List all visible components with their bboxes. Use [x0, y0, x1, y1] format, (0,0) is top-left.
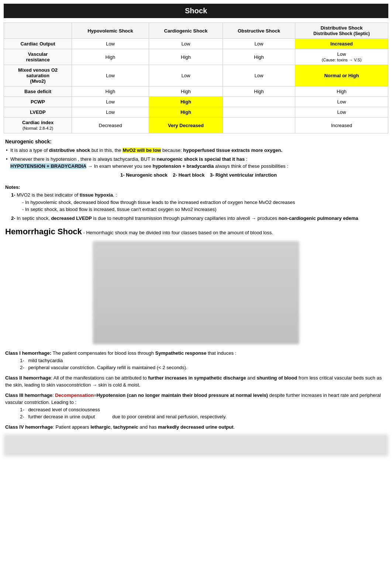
col-header-empty — [4, 23, 72, 39]
class3-title: Class III hemorrhage — [5, 392, 52, 398]
table-row-lvedp: LVEDP Low High Low — [4, 107, 388, 118]
cell-ci-hypo: Decreased — [72, 118, 149, 133]
class4-title: Class IV hemorrhage — [5, 424, 53, 430]
cell-lvedp-obstr — [223, 107, 295, 118]
row-label-base-deficit: Base deficit — [4, 86, 72, 97]
cell-base-cardio: High — [149, 86, 223, 97]
class3-item2: 2- further decrease in urine output due … — [20, 413, 387, 421]
cell-pcwp-hypo: Low — [72, 97, 149, 107]
class1-title: Class I hemorrhage: — [5, 350, 51, 356]
class1-item2: 2- peripheral vascular constriction. Cap… — [20, 364, 387, 371]
neurogenic-title: Neurogenic shock: — [5, 139, 387, 144]
table-row-vascular: Vascularresistance High High High Low(Ca… — [4, 49, 388, 65]
class4-section: Class IV hemorrhage: Patient appears let… — [4, 423, 388, 431]
hypotension-bradycardia-label: HYPOTENSION + BRADYCARDIA — [10, 163, 86, 169]
row-label-mvo2: Mixed venous O2saturation(Mvo2) — [4, 65, 72, 86]
cell-ci-obstr — [223, 118, 295, 133]
possibilities-text: 1- Neurogenic shock 2- Heart block 3- Ri… — [10, 170, 387, 180]
table-row-mvo2: Mixed venous O2saturation(Mvo2) Low Low … — [4, 65, 388, 86]
cell-base-obstr: High — [223, 86, 295, 97]
cell-mvo2-hypo: Low — [72, 65, 149, 86]
cell-cardiac-cardio: Low — [149, 39, 223, 49]
neurogenic-bullet-1: It is also a type of distributive shock … — [10, 147, 387, 154]
row-label-cardiac-output: Cardiac Output — [4, 39, 72, 49]
class1-list: 1- mild tachycardia 2- peripheral vascul… — [5, 357, 387, 371]
cell-pcwp-distrib: Low — [295, 97, 388, 107]
decompensation-label: Decompensation — [55, 392, 94, 398]
col-header-cardiogenic: Cardiogenic Shock — [149, 23, 223, 39]
cell-mvo2-cardio: Low — [149, 65, 223, 86]
row-label-vascular: Vascularresistance — [4, 49, 72, 65]
neurogenic-shock-section: Neurogenic shock: It is also a type of d… — [4, 139, 388, 180]
cell-cardiac-hypo: Low — [72, 39, 149, 49]
cell-base-distrib: High — [295, 86, 388, 97]
col-header-obstructive: Obstructive Shock — [223, 23, 295, 39]
class3-list: 1- decreased level of consciousness 2- f… — [5, 406, 387, 421]
class3-section: Class III hemorrhage: Decompensation=Hyp… — [4, 392, 388, 421]
page-title: Shock — [4, 4, 388, 18]
col-header-distributive: Distributive ShockDistributive Shock (Se… — [295, 23, 388, 39]
notes-section: Notes: 1- MVO2 is the best indicator of … — [4, 184, 388, 222]
note-1-sub2: - In septic shock, as blood flow is incr… — [11, 206, 387, 213]
hemorrhagic-table-blurred — [93, 241, 299, 344]
cell-cardiac-obstr: Low — [223, 39, 295, 49]
note-1-sub1: - In hypovolemic shock, decreased blood … — [11, 199, 387, 206]
hemorrhagic-title: Hemorrhagic Shock - Hemorrhagic shock ma… — [5, 227, 387, 237]
note-2: 2- In septic shock, decreased LVEDP is d… — [5, 215, 387, 222]
row-label-cardiac-index: Cardiac index(Normal: 2.8-4.2) — [4, 118, 72, 133]
cell-mvo2-obstr: Low — [223, 65, 295, 86]
row-label-pcwp: PCWP — [4, 97, 72, 107]
class3-item1: 1- decreased level of consciousness — [20, 406, 387, 414]
cell-vascular-obstr: High — [223, 49, 295, 65]
table-row-cardiac-output: Cardiac Output Low Low Low Increased — [4, 39, 388, 49]
shock-table: Hypovolemic Shock Cardiogenic Shock Obst… — [4, 23, 388, 133]
hemorrhagic-shock-section: Hemorrhagic Shock - Hemorrhagic shock ma… — [4, 227, 388, 237]
notes-title: Notes: — [5, 184, 387, 190]
class2-title: Class II hemorrhage — [5, 375, 51, 381]
bottom-blurred-content — [4, 434, 388, 456]
cell-ci-cardio: Very Decreased — [149, 118, 223, 133]
cell-ci-distrib: Increased — [295, 118, 388, 133]
cell-pcwp-cardio: High — [149, 97, 223, 107]
note-1: 1- MVO2 is the best indicator of tissue … — [5, 191, 387, 213]
neurogenic-bullet-list: It is also a type of distributive shock … — [5, 147, 387, 180]
cell-base-hypo: High — [72, 86, 149, 97]
row-label-lvedp: LVEDP — [4, 107, 72, 118]
cell-vascular-cardio: High — [149, 49, 223, 65]
arrow-text: → In exam whenever you see hypotension +… — [88, 163, 288, 169]
cell-vascular-hypo: High — [72, 49, 149, 65]
table-row-cardiac-index: Cardiac index(Normal: 2.8-4.2) Decreased… — [4, 118, 388, 133]
class2-section: Class II hemorrhage: All of the manifest… — [4, 374, 388, 389]
cell-pcwp-obstr — [223, 97, 295, 107]
cell-lvedp-hypo: Low — [72, 107, 149, 118]
cell-vascular-distrib: Low(Cause: toxins → V.S) — [295, 49, 388, 65]
cell-lvedp-cardio: High — [149, 107, 223, 118]
cell-lvedp-distrib: Low — [295, 107, 388, 118]
table-row-base-deficit: Base deficit High High High High — [4, 86, 388, 97]
neurogenic-bullet-2: Whenever there is hypotension , there is… — [10, 156, 387, 180]
cell-mvo2-distrib: Normal or High — [295, 65, 388, 86]
col-header-hypovolemic: Hypovolemic Shock — [72, 23, 149, 39]
table-row-pcwp: PCWP Low High Low — [4, 97, 388, 107]
class1-item1: 1- mild tachycardia — [20, 357, 387, 364]
cell-cardiac-distrib: Increased — [295, 39, 388, 49]
class1-section: Class I hemorrhage: The patient compensa… — [4, 350, 388, 371]
